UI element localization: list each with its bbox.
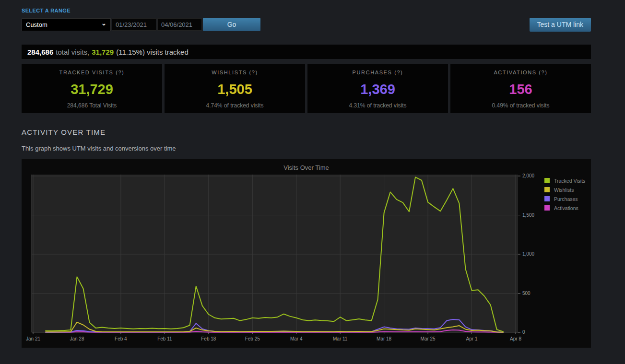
- total-visits-suffix: total visits,: [56, 48, 89, 56]
- stat-card-label: TRACKED VISITS (?): [22, 70, 162, 75]
- svg-text:Feb 25: Feb 25: [245, 336, 260, 341]
- legend-swatch: [544, 187, 550, 192]
- svg-text:Apr 1: Apr 1: [466, 336, 478, 341]
- date-from-input[interactable]: [112, 18, 156, 31]
- legend-item-wishlists: Wishlists: [544, 185, 585, 194]
- chart-title: Visits Over Time: [22, 164, 591, 171]
- svg-text:1,000: 1,000: [522, 251, 534, 257]
- svg-text:Jan 28: Jan 28: [70, 336, 84, 341]
- stats-cards: TRACKED VISITS (?) 31,729 284,686 Total …: [22, 64, 591, 113]
- stat-card-value: 1,505: [165, 82, 305, 97]
- legend-item-activations: Activations: [544, 203, 585, 212]
- stat-card-label: WISHLISTS (?): [165, 70, 305, 75]
- svg-text:1,500: 1,500: [522, 212, 534, 218]
- legend-label: Activations: [554, 205, 578, 211]
- legend-label: Wishlists: [554, 187, 574, 193]
- select-range-label: SELECT A RANGE: [22, 8, 591, 13]
- stat-card-label: PURCHASES (?): [307, 70, 448, 75]
- stat-card-purchases: PURCHASES (?) 1,369 4.31% of tracked vis…: [307, 64, 448, 113]
- tracked-visits-suffix: (11.15%) visits tracked: [116, 48, 189, 56]
- range-dropdown[interactable]: Custom ⌄: [22, 18, 111, 31]
- svg-text:0: 0: [522, 329, 525, 335]
- svg-text:Feb 18: Feb 18: [201, 336, 216, 341]
- svg-text:Apr 8: Apr 8: [510, 336, 521, 341]
- stat-card-caption: 4.74% of tracked visits: [165, 102, 305, 109]
- svg-text:Mar 25: Mar 25: [421, 336, 436, 341]
- legend-swatch: [544, 205, 550, 211]
- activity-over-time-heading: ACTIVITY OVER TIME: [22, 128, 591, 136]
- tracked-visits-value: 31,729: [92, 48, 114, 56]
- chart-legend: Tracked VisitsWishlistsPurchasesActivati…: [544, 176, 585, 212]
- stat-card-activations: ACTIVATIONS (?) 156 0.49% of tracked vis…: [450, 64, 591, 113]
- stat-card-tracked-visits: TRACKED VISITS (?) 31,729 284,686 Total …: [22, 64, 162, 113]
- total-visits-value: 284,686: [27, 48, 53, 56]
- stat-card-label: ACTIVATIONS (?): [450, 70, 591, 75]
- legend-item-purchases: Purchases: [544, 194, 585, 203]
- svg-text:Jan 21: Jan 21: [26, 336, 40, 341]
- svg-text:Feb 11: Feb 11: [157, 336, 172, 341]
- activity-description: This graph shows UTM visits and conversi…: [22, 145, 591, 152]
- stat-card-caption: 284,686 Total Visits: [22, 102, 162, 109]
- stat-card-value: 1,369: [307, 82, 448, 97]
- svg-text:2,000: 2,000: [522, 173, 534, 178]
- svg-text:Mar 4: Mar 4: [290, 336, 303, 341]
- legend-item-tracked-visits: Tracked Visits: [544, 176, 585, 185]
- stat-card-caption: 0.49% of tracked visits: [450, 102, 591, 109]
- svg-text:Feb 4: Feb 4: [115, 336, 127, 341]
- visits-chart-svg: Jan 21Jan 28Feb 4Feb 11Feb 18Feb 25Mar 4…: [22, 159, 591, 348]
- summary-bar: 284,686 total visits, 31,729 (11.15%) vi…: [22, 45, 591, 59]
- utm-analytics-page: SELECT A RANGE Custom ⌄ Go Test a UTM li…: [0, 0, 625, 364]
- visits-over-time-chart: Jan 21Jan 28Feb 4Feb 11Feb 18Feb 25Mar 4…: [22, 159, 591, 348]
- svg-text:500: 500: [522, 291, 531, 296]
- stat-card-caption: 4.31% of tracked visits: [307, 102, 448, 109]
- chevron-down-icon: ⌄: [101, 20, 106, 27]
- legend-label: Tracked Visits: [554, 178, 585, 184]
- go-button[interactable]: Go: [203, 18, 260, 31]
- legend-swatch: [544, 196, 550, 201]
- legend-swatch: [544, 178, 550, 183]
- date-to-input[interactable]: [157, 18, 202, 31]
- range-controls: Custom ⌄ Go Test a UTM link: [22, 18, 591, 31]
- stat-card-wishlists: WISHLISTS (?) 1,505 4.74% of tracked vis…: [165, 64, 305, 113]
- stat-card-value: 156: [450, 82, 591, 97]
- test-utm-link-button[interactable]: Test a UTM link: [530, 18, 591, 32]
- stat-card-value: 31,729: [22, 82, 162, 97]
- legend-label: Purchases: [554, 196, 578, 202]
- svg-text:Mar 18: Mar 18: [377, 336, 392, 341]
- svg-text:Mar 11: Mar 11: [333, 336, 348, 341]
- range-dropdown-value: Custom: [26, 21, 47, 28]
